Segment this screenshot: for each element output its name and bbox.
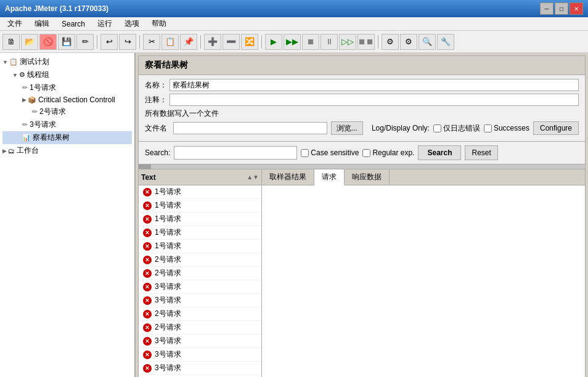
- run-button[interactable]: ▶: [265, 34, 282, 50]
- minimize-button[interactable]: ─: [540, 2, 553, 15]
- menu-search[interactable]: Search: [57, 18, 90, 30]
- thread-group-icon: ⚙: [19, 71, 25, 79]
- log-errors-checkbox-group[interactable]: 仅日志错误: [433, 123, 480, 134]
- menu-run[interactable]: 运行: [92, 17, 117, 30]
- comment-input[interactable]: [169, 94, 579, 106]
- log-display-label: Log/Display Only:: [372, 124, 430, 132]
- settings-button[interactable]: 🔧: [437, 34, 454, 50]
- undo-button[interactable]: ↩: [100, 34, 118, 50]
- result-list-panel: Text ▲▼ ✕1号请求✕1号请求✕1号请求✕1号请求✕1号请求✕2号请求✕2…: [139, 169, 262, 377]
- result-item[interactable]: ✕1号请求: [139, 226, 261, 240]
- tree-label-workbench: 工作台: [17, 145, 39, 156]
- regex-checkbox[interactable]: [362, 149, 370, 157]
- tree-item-request1[interactable]: ✏ 1号请求: [2, 81, 132, 94]
- file-name-row: 文件名 浏览... Log/Display Only: 仅日志错误 Succes…: [145, 121, 579, 135]
- window-controls: ─ □ ✕: [540, 2, 583, 15]
- successes-checkbox-group[interactable]: Successes: [484, 124, 529, 132]
- result-item[interactable]: ✕2号请求: [139, 253, 261, 267]
- result-item[interactable]: ✕2号请求: [139, 321, 261, 334]
- tree-item-result-tree[interactable]: 📊 察看结果树: [2, 131, 132, 144]
- config1-button[interactable]: ⚙: [382, 34, 399, 50]
- log-errors-checkbox[interactable]: [433, 124, 441, 132]
- result-item[interactable]: ✕2号请求: [139, 307, 261, 321]
- stop-button[interactable]: ⏹: [302, 34, 319, 50]
- tab-response-data[interactable]: 响应数据: [345, 169, 390, 185]
- tree-item-workbench[interactable]: ▶ 🗂 工作台: [2, 144, 132, 157]
- separator-3: [200, 35, 201, 49]
- browse-button[interactable]: 浏览...: [331, 121, 363, 135]
- request1-icon: ✏: [22, 84, 28, 92]
- configure-button[interactable]: Configure: [533, 121, 579, 135]
- tree-item-critical[interactable]: ▶ 📦 Critical Section Controll: [2, 94, 132, 105]
- result-item[interactable]: ✕1号请求: [139, 213, 261, 226]
- case-sensitive-checkbox[interactable]: [301, 149, 309, 157]
- error-icon: ✕: [142, 363, 152, 373]
- edit-button[interactable]: ✏: [76, 34, 94, 50]
- new-button[interactable]: 🗎: [2, 34, 20, 50]
- tree-item-request3[interactable]: ✏ 3号请求: [2, 118, 132, 131]
- result-item[interactable]: ✕3号请求: [139, 280, 261, 294]
- tree-item-thread-group[interactable]: ▼ ⚙ 线程组: [2, 68, 132, 81]
- tree-item-request2[interactable]: ✏ 2号请求: [2, 105, 132, 118]
- regex-label: Regular exp.: [372, 148, 414, 157]
- reset-button[interactable]: Reset: [465, 145, 497, 160]
- remote-run-button[interactable]: ▷▷: [339, 34, 356, 50]
- result-item[interactable]: ✕3号请求: [139, 348, 261, 362]
- run-all-button[interactable]: ▶▶: [284, 34, 301, 50]
- error-icon: ✕: [142, 350, 152, 360]
- menu-file[interactable]: 文件: [2, 17, 27, 30]
- successes-checkbox[interactable]: [484, 124, 492, 132]
- search-toolbar-button[interactable]: 🔍: [419, 34, 436, 50]
- title-bar: Apache JMeter (3.1 r1770033) ─ □ ✕: [0, 0, 588, 17]
- copy-button[interactable]: 📋: [161, 34, 179, 50]
- result-item[interactable]: ✕2号请求: [139, 267, 261, 280]
- result-item[interactable]: ✕1号请求: [139, 240, 261, 253]
- result-list[interactable]: ✕1号请求✕1号请求✕1号请求✕1号请求✕1号请求✕2号请求✕2号请求✕3号请求…: [139, 185, 261, 377]
- add-button[interactable]: ➕: [204, 34, 221, 50]
- tree-label-thread-group: 线程组: [27, 70, 49, 80]
- save-template-button[interactable]: 🚫: [39, 34, 57, 50]
- redo-button[interactable]: ↪: [119, 34, 136, 50]
- error-icon: ✕: [142, 228, 152, 238]
- name-input[interactable]: [169, 79, 579, 91]
- expand-icon-wb: ▶: [2, 148, 7, 154]
- result-item[interactable]: ✕1号请求: [139, 199, 261, 213]
- result-item[interactable]: ✕3号请求: [139, 362, 261, 375]
- result-item-label: 1号请求: [155, 200, 181, 211]
- result-item[interactable]: ✕1号请求: [139, 185, 261, 199]
- case-sensitive-group[interactable]: Case sensitive: [301, 148, 359, 157]
- file-name-label: 文件名: [145, 123, 167, 134]
- remove-button[interactable]: ➖: [223, 34, 240, 50]
- file-name-input[interactable]: [173, 122, 327, 134]
- tab-sampler-result[interactable]: 取样器结果: [262, 169, 314, 185]
- paste-button[interactable]: 📌: [180, 34, 197, 50]
- config2-button[interactable]: ⚙: [400, 34, 417, 50]
- regex-group[interactable]: Regular exp.: [362, 148, 414, 157]
- menu-options[interactable]: 选项: [120, 17, 144, 30]
- save-button[interactable]: 💾: [58, 34, 75, 50]
- content-area: 察看结果树 名称： 注释： 所有数据写入一个文件: [138, 55, 586, 377]
- expand-icon-3: ▶: [22, 97, 27, 103]
- result-item[interactable]: ✕3号请求: [139, 294, 261, 307]
- close-button[interactable]: ✕: [570, 2, 583, 15]
- menu-edit[interactable]: 编辑: [30, 17, 54, 30]
- result-item-label: 2号请求: [155, 254, 181, 265]
- tab-request[interactable]: 请求: [314, 169, 345, 185]
- search-button[interactable]: Search: [418, 145, 461, 160]
- result-item[interactable]: ✕3号请求: [139, 334, 261, 348]
- result-item-label: 3号请求: [155, 295, 181, 306]
- maximize-button[interactable]: □: [555, 2, 568, 15]
- toolbar: 🗎 📂 🚫 💾 ✏ ↩ ↪ ✂ 📋 📌 ➕ ➖ 🔀 ▶ ▶▶ ⏹ ⏸ ▷▷ ⏹⏹…: [0, 31, 588, 53]
- tree-item-test-plan[interactable]: ▼ 📋 测试计划: [2, 55, 132, 68]
- error-icon: ✕: [142, 214, 152, 224]
- expand-button[interactable]: 🔀: [241, 34, 258, 50]
- menu-help[interactable]: 帮助: [147, 17, 171, 30]
- result-item-label: 1号请求: [155, 241, 181, 251]
- pause-button[interactable]: ⏸: [321, 34, 338, 50]
- horizontal-scrollbar[interactable]: [139, 164, 585, 169]
- open-button[interactable]: 📂: [21, 34, 38, 50]
- remote-stop-button[interactable]: ⏹⏹: [357, 34, 375, 50]
- cut-button[interactable]: ✂: [143, 34, 160, 50]
- search-input[interactable]: [174, 146, 297, 160]
- separator-1: [97, 35, 97, 49]
